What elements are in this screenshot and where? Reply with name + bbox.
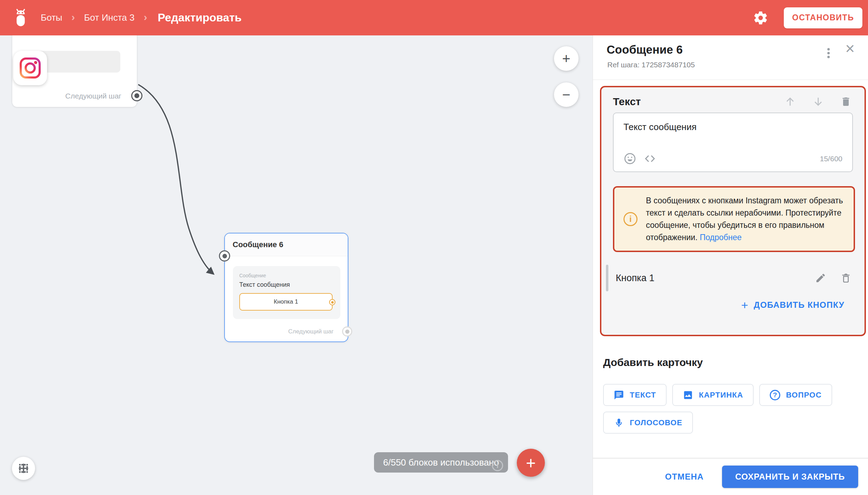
warning-text: В сообщениях с кнопками Instagram может … — [646, 196, 843, 242]
add-voice-card-button[interactable]: ГОЛОСОВОЕ — [603, 412, 693, 434]
option-label: КАРТИНКА — [699, 391, 743, 400]
panel-title: Сообщение 6 — [607, 43, 683, 56]
instagram-icon — [19, 57, 41, 79]
gear-icon[interactable] — [753, 10, 768, 26]
question-mark: ? — [773, 391, 777, 399]
reply-button-label: Кнопка 1 — [616, 273, 654, 284]
card-heading: Текст — [613, 96, 641, 108]
info-letter: i — [496, 462, 499, 470]
next-step-label: Следующий шаг — [65, 92, 121, 100]
move-card-down-button[interactable] — [812, 96, 824, 108]
save-and-close-button[interactable]: СОХРАНИТЬ И ЗАКРЫТЬ — [722, 466, 858, 488]
node-reply-button[interactable]: Кнопка 1 — [239, 293, 333, 311]
plus-icon: + — [562, 51, 570, 67]
text-bubble-icon — [614, 390, 624, 400]
question-icon: ? — [770, 390, 780, 400]
step-ref-id: Ref шага: 1725873487105 — [607, 61, 695, 69]
emoji-icon[interactable] — [623, 152, 636, 165]
zoom-out-button[interactable]: − — [554, 82, 579, 107]
plus-icon: + — [526, 453, 536, 473]
option-label: ГОЛОСОВОЕ — [630, 418, 682, 427]
blocks-usage-badge: 6/550 блоков использовано — [374, 452, 508, 473]
message-preview-card: Сообщение Текст сообщения Кнопка 1 — [233, 266, 340, 319]
add-card-section: Добавить карточку ТЕКСТ — [603, 357, 859, 434]
trash-icon — [840, 272, 852, 284]
add-image-card-button[interactable]: КАРТИНКА — [672, 384, 754, 406]
cancel-button[interactable]: ОТМЕНА — [665, 472, 704, 482]
bot-editor-app: Боты › Бот Инста 3 › Редактировать ОСТАН… — [0, 0, 868, 495]
info-icon[interactable]: i — [492, 460, 503, 471]
option-label: ВОПРОС — [786, 391, 822, 400]
panel-footer: ОТМЕНА СОХРАНИТЬ И ЗАКРЫТЬ — [593, 458, 868, 495]
node-output-port[interactable] — [342, 326, 352, 337]
trash-icon — [840, 96, 852, 107]
button-output-port[interactable] — [329, 299, 335, 305]
add-button-label: ДОБАВИТЬ КНОПКУ — [754, 300, 844, 310]
page-title: Редактировать — [158, 11, 241, 24]
option-label: ТЕКСТ — [630, 391, 656, 400]
robot-logo-icon — [12, 8, 29, 27]
breadcrumb-bot-link[interactable]: Бот Инста 3 — [84, 12, 135, 23]
node-input-port[interactable] — [219, 250, 230, 262]
message-node-title: Сообщение 6 — [233, 240, 283, 249]
add-question-card-button[interactable]: ? ВОПРОС — [759, 384, 832, 406]
chevron-right-icon: › — [143, 11, 147, 23]
message-preview-label: Сообщение — [239, 273, 334, 278]
add-card-heading: Добавить карточку — [603, 357, 859, 368]
zoom-in-button[interactable]: + — [554, 46, 579, 71]
plus-icon: + — [741, 299, 748, 311]
stop-bot-button[interactable]: ОСТАНОВИТЬ — [784, 7, 862, 28]
drag-handle[interactable] — [606, 265, 608, 291]
move-card-up-button[interactable] — [784, 96, 796, 108]
panel-header: Сообщение 6 Ref шага: 1725873487105 × — [593, 35, 868, 80]
add-node-button[interactable]: + — [517, 449, 545, 477]
fit-to-grid-button[interactable] — [12, 457, 35, 480]
top-header: Боты › Бот Инста 3 › Редактировать ОСТАН… — [0, 0, 868, 35]
flow-canvas[interactable]: Следующий шаг — [0, 35, 593, 495]
arrow-down-icon — [812, 96, 824, 108]
message-text-value: Текст сообщения — [623, 122, 842, 133]
chevron-right-icon: › — [72, 11, 75, 23]
learn-more-link[interactable]: Подробнее — [700, 233, 741, 242]
add-button-link[interactable]: + ДОБАВИТЬ КНОПКУ — [613, 299, 853, 311]
message-node-header: Сообщение 6 — [225, 233, 348, 256]
text-card-group: Текст — [600, 86, 866, 336]
add-text-card-button[interactable]: ТЕКСТ — [603, 384, 667, 406]
message-node[interactable]: Сообщение 6 Сообщение Текст сообщения Кн… — [224, 233, 348, 342]
next-step-label: Следующий шаг — [288, 328, 334, 335]
panel-divider — [593, 80, 868, 80]
info-letter: i — [629, 214, 632, 224]
edit-button[interactable] — [815, 272, 826, 284]
char-counter: 15/600 — [820, 155, 842, 163]
message-preview-text: Текст сообщения — [239, 281, 334, 289]
close-icon[interactable]: × — [845, 40, 855, 56]
message-text-input[interactable]: Текст сообщения 15/600 — [613, 113, 853, 172]
grid-crosshair-icon — [18, 462, 29, 474]
node-reply-button-label: Кнопка 1 — [274, 298, 298, 305]
image-icon — [683, 390, 693, 400]
delete-button[interactable] — [840, 272, 852, 284]
kebab-menu-icon[interactable] — [821, 45, 835, 61]
reply-button-row[interactable]: Кнопка 1 — [606, 263, 853, 293]
delete-card-button[interactable] — [840, 96, 852, 107]
code-icon[interactable] — [643, 152, 656, 165]
instagram-badge — [13, 51, 47, 85]
microphone-icon — [614, 418, 624, 428]
next-step-port[interactable] — [131, 90, 142, 101]
step-editor-panel: Сообщение 6 Ref шага: 1725873487105 × Те… — [593, 35, 868, 495]
pencil-icon — [815, 272, 826, 284]
breadcrumb: Боты › Бот Инста 3 › Редактировать — [41, 11, 242, 24]
warning-info-icon: i — [623, 212, 637, 226]
instagram-warning-banner: i В сообщениях с кнопками Instagram може… — [613, 186, 855, 252]
arrow-up-icon — [784, 96, 796, 108]
breadcrumb-bots-link[interactable]: Боты — [41, 12, 62, 23]
minus-icon: − — [562, 87, 570, 103]
